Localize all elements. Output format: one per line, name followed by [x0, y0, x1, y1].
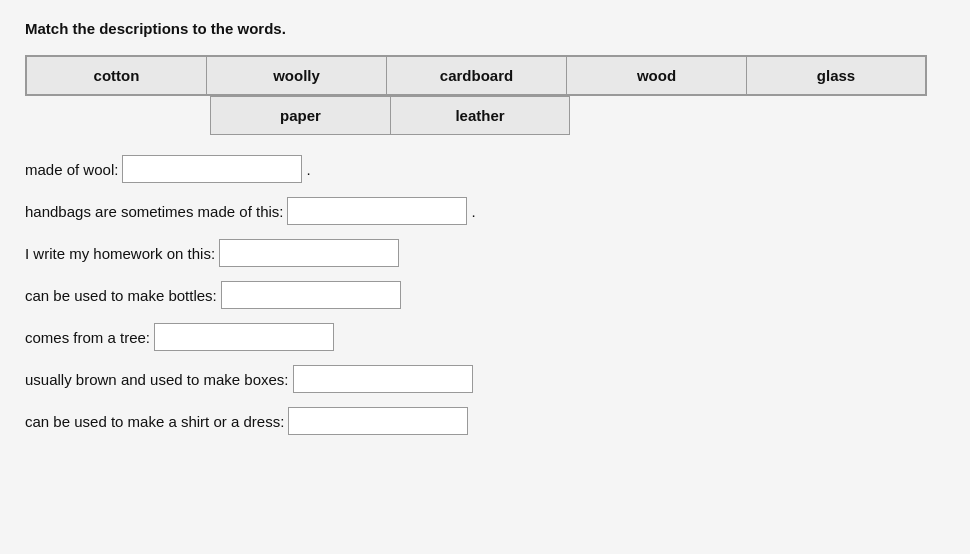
page-title: Match the descriptions to the words. — [25, 20, 945, 37]
question-label-1: made of wool: — [25, 161, 118, 178]
answer-input-2[interactable] — [287, 197, 467, 225]
tile-cotton[interactable]: cotton — [26, 56, 206, 95]
question-row-1: made of wool: . — [25, 155, 945, 183]
question-row-2: handbags are sometimes made of this: . — [25, 197, 945, 225]
question-label-4: can be used to make bottles: — [25, 287, 217, 304]
question-row-3: I write my homework on this: — [25, 239, 945, 267]
tile-cardboard[interactable]: cardboard — [386, 56, 566, 95]
question-label-6: usually brown and used to make boxes: — [25, 371, 289, 388]
question-row-6: usually brown and used to make boxes: — [25, 365, 945, 393]
answer-input-3[interactable] — [219, 239, 399, 267]
question-label-3: I write my homework on this: — [25, 245, 215, 262]
word-bank-row1: cotton woolly cardboard wood glass — [25, 55, 927, 96]
question-label-2: handbags are sometimes made of this: — [25, 203, 283, 220]
question-label-5: comes from a tree: — [25, 329, 150, 346]
question-row-5: comes from a tree: — [25, 323, 945, 351]
word-bank: cotton woolly cardboard wood glass paper… — [25, 55, 945, 135]
tile-glass[interactable]: glass — [746, 56, 926, 95]
tile-paper[interactable]: paper — [210, 96, 390, 135]
questions-container: made of wool: . handbags are sometimes m… — [25, 155, 945, 435]
tile-leather[interactable]: leather — [390, 96, 570, 135]
question-row-7: can be used to make a shirt or a dress: — [25, 407, 945, 435]
dot-1: . — [306, 161, 310, 178]
tile-woolly[interactable]: woolly — [206, 56, 386, 95]
answer-input-4[interactable] — [221, 281, 401, 309]
question-label-7: can be used to make a shirt or a dress: — [25, 413, 284, 430]
tile-wood[interactable]: wood — [566, 56, 746, 95]
word-bank-row2: paper leather — [210, 96, 570, 135]
question-row-4: can be used to make bottles: — [25, 281, 945, 309]
answer-input-1[interactable] — [122, 155, 302, 183]
answer-input-7[interactable] — [288, 407, 468, 435]
answer-input-5[interactable] — [154, 323, 334, 351]
dot-2: . — [471, 203, 475, 220]
answer-input-6[interactable] — [293, 365, 473, 393]
